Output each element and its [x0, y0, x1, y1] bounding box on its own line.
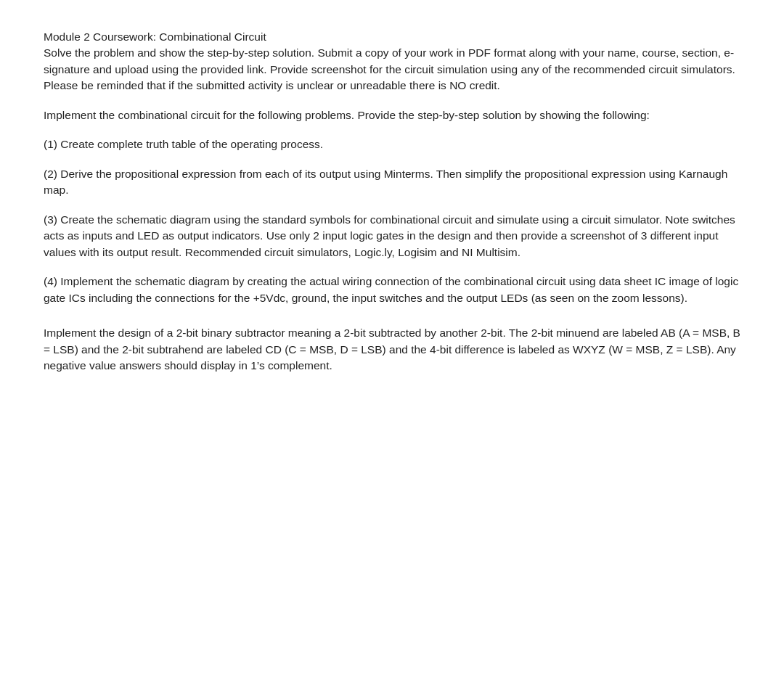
- module-title: Module 2 Coursework: Combinational Circu…: [44, 30, 266, 43]
- step1-para: (1) Create complete truth table of the o…: [44, 136, 740, 152]
- step3-text: (3) Create the schematic diagram using t…: [44, 213, 735, 258]
- step4-text: (4) Implement the schematic diagram by c…: [44, 275, 738, 303]
- step2-text: (2) Derive the propositional expression …: [44, 168, 727, 196]
- step4-para: (4) Implement the schematic diagram by c…: [44, 274, 740, 306]
- problem-text: Implement the design of a 2-bit binary s…: [44, 327, 740, 372]
- implement-intro-text: Implement the combinational circuit for …: [44, 109, 650, 121]
- intro-text: Solve the problem and show the step-by-s…: [44, 46, 735, 91]
- implement-intro-para: Implement the combinational circuit for …: [44, 107, 740, 123]
- main-content: Module 2 Coursework: Combinational Circu…: [44, 29, 740, 374]
- module-title-para: Module 2 Coursework: Combinational Circu…: [44, 29, 740, 94]
- step2-para: (2) Derive the propositional expression …: [44, 166, 740, 199]
- step3-para: (3) Create the schematic diagram using t…: [44, 212, 740, 261]
- step1-text: (1) Create complete truth table of the o…: [44, 138, 323, 150]
- problem-para: Implement the design of a 2-bit binary s…: [44, 325, 740, 374]
